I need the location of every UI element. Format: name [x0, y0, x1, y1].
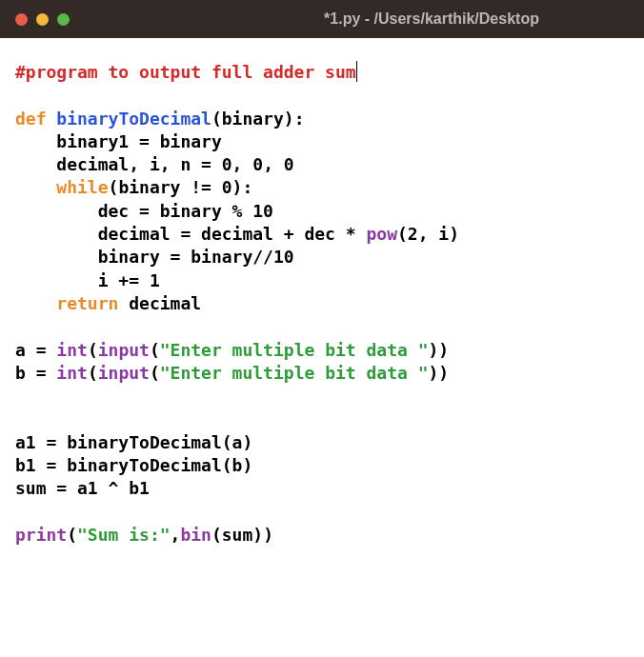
- lp: (: [88, 340, 98, 360]
- builtin-input: input: [98, 363, 150, 383]
- lp: (: [67, 525, 77, 545]
- code-line: binary = binary//: [15, 247, 273, 267]
- code-comment: #program to output full adder sum: [15, 62, 356, 82]
- comma: ,: [232, 154, 253, 174]
- rp: ): [252, 525, 263, 545]
- num: 0: [252, 154, 263, 174]
- return-expr: decimal: [118, 293, 201, 313]
- rp: ): [438, 340, 449, 360]
- code-line: decimal, i, n =: [15, 154, 222, 174]
- pow-tail: , i): [418, 224, 459, 244]
- code-line: decimal = decimal + dec *: [15, 224, 366, 244]
- sum-ref: sum: [222, 525, 253, 545]
- keyword-def: def: [15, 109, 47, 129]
- comma: ,: [171, 525, 181, 545]
- rp: ): [263, 525, 273, 545]
- num: 0: [284, 154, 294, 174]
- rp: ): [438, 363, 449, 383]
- while-cond: (binary !=: [109, 177, 222, 197]
- param: binary: [222, 109, 284, 129]
- assign-a: a =: [15, 340, 56, 360]
- num: 2: [408, 224, 418, 244]
- func-name: binaryToDecimal: [56, 109, 211, 129]
- close-icon[interactable]: [15, 13, 28, 26]
- builtin-int: int: [56, 363, 88, 383]
- comma: ,: [263, 154, 284, 174]
- lp: (: [150, 363, 160, 383]
- rp: ): [429, 340, 439, 360]
- window-title: *1.py - /Users/karthik/Desktop: [0, 10, 644, 28]
- lp: (: [88, 363, 98, 383]
- keyword-while: while: [56, 177, 108, 197]
- maximize-icon[interactable]: [57, 13, 70, 26]
- while-cond-end: ):: [232, 177, 253, 197]
- assign-a1: a1 = binaryToDecimal(a): [15, 432, 252, 452]
- window-titlebar: *1.py - /Users/karthik/Desktop: [0, 0, 644, 38]
- lp: (: [211, 525, 222, 545]
- keyword-return: return: [56, 293, 118, 313]
- builtin-bin: bin: [180, 525, 211, 545]
- num: 1: [150, 270, 160, 290]
- minimize-icon[interactable]: [36, 13, 49, 26]
- code-editor[interactable]: #program to output full adder sum def bi…: [0, 38, 644, 562]
- rp: ): [429, 363, 439, 383]
- num: 0: [222, 177, 232, 197]
- builtin-input: input: [98, 340, 150, 360]
- builtin-int: int: [56, 340, 88, 360]
- builtin-pow: pow: [366, 224, 397, 244]
- code-line: i +=: [15, 270, 150, 290]
- code-line: binary1 = binary: [15, 131, 222, 151]
- lp: (: [150, 340, 160, 360]
- string-literal: "Sum is:": [77, 525, 171, 545]
- lp: (: [397, 224, 408, 244]
- assign-sum: sum = a1 ^ b1: [15, 478, 150, 498]
- num: 0: [222, 154, 232, 174]
- assign-b: b =: [15, 363, 56, 383]
- assign-b1: b1 = binaryToDecimal(b): [15, 455, 252, 475]
- builtin-print: print: [15, 525, 67, 545]
- text-cursor: [356, 61, 358, 82]
- num: 10: [273, 247, 294, 267]
- code-line: dec = binary %: [15, 201, 252, 221]
- string-literal: "Enter multiple bit data ": [160, 363, 429, 383]
- string-literal: "Enter multiple bit data ": [160, 340, 429, 360]
- num: 10: [252, 201, 273, 221]
- traffic-lights: [15, 13, 70, 26]
